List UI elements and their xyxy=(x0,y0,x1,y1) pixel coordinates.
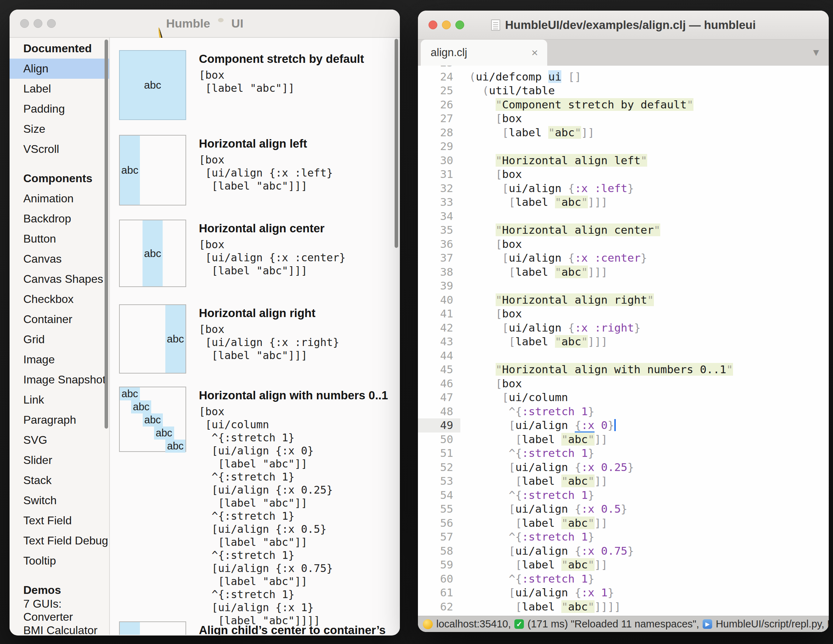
sidebar-item-label[interactable]: Label xyxy=(10,79,109,99)
editor-line-27[interactable]: 27 [box xyxy=(418,112,829,126)
editor-line-44[interactable]: 44 xyxy=(418,349,829,363)
line-number: 34 xyxy=(418,209,453,223)
blue-play-icon: ▶ xyxy=(703,619,712,629)
sidebar-item-backdrop[interactable]: Backdrop xyxy=(10,209,109,229)
window-title: Humble UI xyxy=(166,17,243,31)
line-code: ^{:stretch 1} xyxy=(469,446,595,460)
sidebar-item-grid[interactable]: Grid xyxy=(10,329,109,350)
editor-line-61[interactable]: 61 [ui/align {:x 1} xyxy=(418,586,829,600)
sidebar-section-gap xyxy=(10,159,109,169)
line-number: 26 xyxy=(418,98,453,112)
editor-line-46[interactable]: 46 [box xyxy=(418,377,829,391)
figure-label: abc xyxy=(144,247,161,260)
sidebar-item-svg[interactable]: SVG xyxy=(10,430,109,450)
sidebar-item-image-snapshot[interactable]: Image Snapshot xyxy=(10,370,109,390)
editor-line-25[interactable]: 25 (util/table xyxy=(418,84,829,98)
editor-line-36[interactable]: 36 [box xyxy=(418,237,829,251)
editor-line-39[interactable]: 39 xyxy=(418,279,829,293)
sidebar-item-checkbox[interactable]: Checkbox xyxy=(10,289,109,309)
figure-strip-center: abc xyxy=(143,220,163,286)
sidebar-item-image[interactable]: Image xyxy=(10,350,109,370)
editor-titlebar[interactable]: HumbleUI/dev/examples/align.clj — humble… xyxy=(418,11,829,40)
close-button[interactable] xyxy=(20,19,29,28)
tab-align-clj[interactable]: align.clj × xyxy=(421,40,547,66)
editor-line-54[interactable]: 54 ^{:stretch 1} xyxy=(418,488,829,503)
sidebar-item-size[interactable]: Size xyxy=(10,119,109,139)
code-editor[interactable]: 2324(ui/defcomp ui []25 (util/table26 "C… xyxy=(418,66,829,616)
editor-line-60[interactable]: 60 ^{:stretch 1} xyxy=(418,572,829,586)
editor-line-33[interactable]: 33 [label "abc"]]] xyxy=(418,195,829,209)
sidebar-item-vscroll[interactable]: VScroll xyxy=(10,139,109,159)
editor-line-29[interactable]: 29 xyxy=(418,140,829,154)
editor-line-40[interactable]: 40 "Horizontal align right" xyxy=(418,293,829,307)
sidebar-item-stack[interactable]: Stack xyxy=(10,470,109,490)
sidebar-header-documented: Documented xyxy=(10,39,109,59)
editor-line-57[interactable]: 57 ^{:stretch 1} xyxy=(418,530,829,544)
example-code: [box [ui/align {:x :right} [label "abc"]… xyxy=(199,323,339,362)
sidebar-item-switch[interactable]: Switch xyxy=(10,490,109,511)
line-code: "Horizontal align right" xyxy=(469,293,654,307)
sidebar-item-7-guis-converter[interactable]: 7 GUIs: Converter xyxy=(10,600,109,620)
sidebar-scrollbar[interactable] xyxy=(105,40,108,429)
editor-line-51[interactable]: 51 ^{:stretch 1} xyxy=(418,446,829,460)
editor-line-47[interactable]: 47 [ui/column xyxy=(418,390,829,405)
figure-label: abc xyxy=(121,164,138,176)
sidebar-item-canvas[interactable]: Canvas xyxy=(10,249,109,269)
editor-line-59[interactable]: 59 [label "abc"]] xyxy=(418,558,829,572)
sidebar-item-text-field-debug[interactable]: Text Field Debug xyxy=(10,531,109,551)
editor-line-53[interactable]: 53 [label "abc"]] xyxy=(418,474,829,488)
editor-line-62[interactable]: 62 [label "abc"]]]] xyxy=(418,600,829,614)
sidebar-item-button[interactable]: Button xyxy=(10,229,109,249)
editor-line-34[interactable]: 34 xyxy=(418,209,829,223)
line-code: "Horizontal align left" xyxy=(469,154,647,168)
line-code: (util/table xyxy=(469,84,555,98)
sidebar-item-animation[interactable]: Animation xyxy=(10,188,109,209)
tab-close-icon[interactable]: × xyxy=(531,46,538,59)
line-number: 32 xyxy=(418,181,453,196)
sidebar-item-paragraph[interactable]: Paragraph xyxy=(10,410,109,430)
close-button[interactable] xyxy=(428,21,437,29)
figure-step: abc xyxy=(120,413,185,427)
editor-line-49[interactable]: 49 [ui/align {:x 0} xyxy=(418,418,829,432)
line-code: (ui/defcomp ui [] xyxy=(469,70,581,84)
sidebar-item-padding[interactable]: Padding xyxy=(10,99,109,119)
editor-line-41[interactable]: 41 [box xyxy=(418,307,829,321)
minimize-button[interactable] xyxy=(442,21,451,29)
zoom-button[interactable] xyxy=(47,19,56,28)
content-scrollbar[interactable] xyxy=(395,39,398,248)
minimize-button[interactable] xyxy=(34,19,42,28)
figure-strip-right: abc xyxy=(165,305,185,373)
editor-line-35[interactable]: 35 "Horizontal align center" xyxy=(418,223,829,237)
figure-step: abc xyxy=(120,440,185,453)
editor-line-38[interactable]: 38 [label "abc"]]] xyxy=(418,265,829,279)
editor-line-24[interactable]: 24(ui/defcomp ui [] xyxy=(418,70,829,84)
editor-line-26[interactable]: 26 "Component stretch by default" xyxy=(418,98,829,112)
editor-line-48[interactable]: 48 ^{:stretch 1} xyxy=(418,405,829,419)
editor-line-37[interactable]: 37 [ui/align {:x :center} xyxy=(418,251,829,265)
editor-line-43[interactable]: 43 [label "abc"]]] xyxy=(418,335,829,349)
sidebar-item-text-field[interactable]: Text Field xyxy=(10,511,109,531)
editor-line-58[interactable]: 58 [ui/align {:x 0.75} xyxy=(418,544,829,558)
zoom-button[interactable] xyxy=(455,21,464,29)
editor-line-56[interactable]: 56 [label "abc"]] xyxy=(418,516,829,530)
sidebar-item-tooltip[interactable]: Tooltip xyxy=(10,551,109,571)
editor-line-31[interactable]: 31 [box xyxy=(418,167,829,181)
editor-line-30[interactable]: 30 "Horizontal align left" xyxy=(418,154,829,168)
sidebar-item-slider[interactable]: Slider xyxy=(10,450,109,470)
sidebar-item-canvas-shapes[interactable]: Canvas Shapes xyxy=(10,269,109,289)
editor-line-23[interactable]: 23 xyxy=(418,66,829,70)
editor-line-42[interactable]: 42 [ui/align {:x :right} xyxy=(418,321,829,335)
editor-line-45[interactable]: 45 "Horizontal align with numbers 0..1" xyxy=(418,363,829,377)
editor-line-28[interactable]: 28 [label "abc"]] xyxy=(418,126,829,140)
editor-line-32[interactable]: 32 [ui/align {:x :left} xyxy=(418,181,829,196)
editor-line-50[interactable]: 50 [label "abc"]] xyxy=(418,432,829,446)
sidebar-item-align[interactable]: Align xyxy=(10,59,109,79)
sidebar-item-container[interactable]: Container xyxy=(10,309,109,329)
editor-line-52[interactable]: 52 [ui/align {:x 0.25} xyxy=(418,460,829,475)
tab-list-dropdown-icon[interactable]: ▼ xyxy=(811,40,821,66)
left-titlebar[interactable]: Humble UI xyxy=(10,10,400,38)
sidebar-item-link[interactable]: Link xyxy=(10,390,109,410)
editor-line-55[interactable]: 55 [ui/align {:x 0.5} xyxy=(418,502,829,516)
editor-title-text: HumbleUI/dev/examples/align.clj — humble… xyxy=(505,18,756,32)
line-code: ^{:stretch 1} xyxy=(469,405,595,419)
